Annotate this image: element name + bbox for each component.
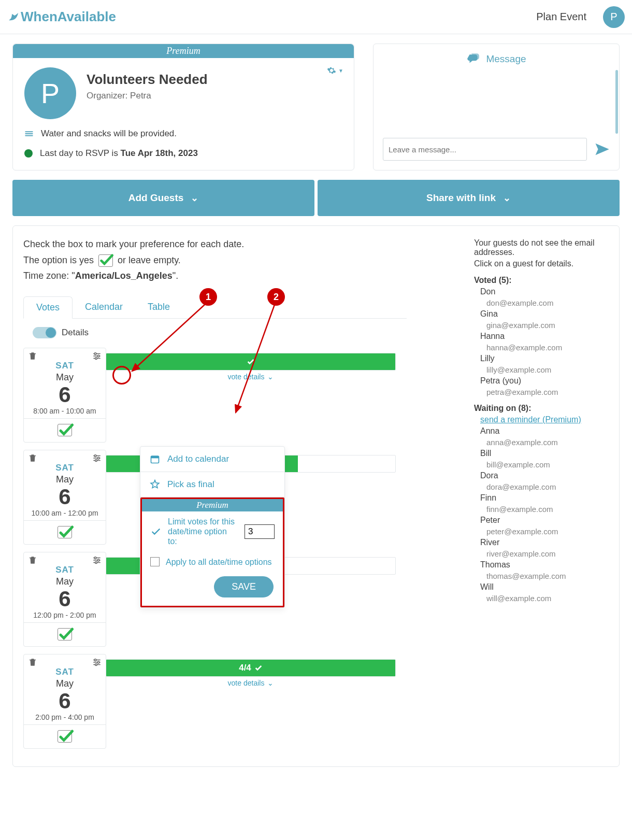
sliders-icon[interactable] bbox=[92, 453, 102, 463]
status-dot-icon bbox=[24, 149, 33, 158]
waiting-header: Waiting on (8): bbox=[474, 404, 609, 413]
user-avatar[interactable]: P bbox=[603, 6, 625, 28]
send-icon[interactable] bbox=[594, 141, 610, 157]
guest-name[interactable]: Thomas bbox=[480, 560, 609, 570]
add-to-calendar-item[interactable]: Add to calendar bbox=[140, 447, 284, 472]
weekday: SAT bbox=[24, 361, 106, 371]
limit-value-input[interactable] bbox=[245, 524, 275, 539]
brand-logo[interactable]: WhenAvailable bbox=[7, 9, 116, 25]
time-range: 8:00 am - 10:00 am bbox=[24, 407, 106, 418]
vote-checkbox[interactable] bbox=[24, 520, 106, 544]
trash-icon[interactable] bbox=[28, 453, 37, 463]
svg-point-9 bbox=[97, 559, 99, 561]
guest-name[interactable]: Finn bbox=[480, 493, 609, 503]
month: May bbox=[24, 474, 106, 485]
send-reminder-link[interactable]: send a reminder (Premium) bbox=[480, 415, 581, 424]
vote-fill: 4/4 bbox=[106, 660, 395, 676]
date-card: SATMay610:00 am - 12:00 pm bbox=[23, 450, 106, 545]
tab-calendar[interactable]: Calendar bbox=[73, 296, 135, 318]
share-link-button[interactable]: Share with link ⌄ bbox=[318, 180, 620, 216]
sliders-icon[interactable] bbox=[92, 351, 102, 361]
guest-name[interactable]: River bbox=[480, 538, 609, 547]
organizer-avatar: P bbox=[24, 67, 76, 119]
weekday: SAT bbox=[24, 667, 106, 677]
intro-text: Check the box to mark your preference fo… bbox=[23, 236, 458, 284]
menu-icon bbox=[24, 129, 34, 138]
date-card: SATMay68:00 am - 10:00 am bbox=[23, 348, 106, 443]
scrollbar[interactable] bbox=[615, 70, 618, 134]
vote-yes-example bbox=[98, 254, 113, 267]
guest-name[interactable]: Anna bbox=[480, 426, 609, 436]
bird-icon bbox=[7, 11, 20, 23]
time-range: 12:00 pm - 2:00 pm bbox=[24, 611, 106, 622]
svg-point-12 bbox=[97, 661, 99, 663]
chevron-down-icon: ⌄ bbox=[267, 679, 274, 687]
guest-name[interactable]: Don bbox=[480, 287, 609, 296]
time-range: 2:00 pm - 4:00 pm bbox=[24, 713, 106, 724]
guest-name[interactable]: Bill bbox=[480, 449, 609, 458]
guest-name[interactable]: Petra (you) bbox=[480, 376, 609, 386]
add-guests-button[interactable]: Add Guests ⌄ bbox=[12, 180, 314, 216]
guest-email: thomas@example.com bbox=[486, 572, 609, 580]
svg-point-4 bbox=[95, 357, 97, 359]
date-card: SATMay612:00 pm - 2:00 pm bbox=[23, 552, 106, 647]
svg-point-11 bbox=[94, 659, 96, 661]
svg-rect-15 bbox=[151, 456, 159, 458]
trash-icon[interactable] bbox=[28, 658, 37, 667]
vote-checkbox[interactable] bbox=[24, 724, 106, 748]
chevron-down-icon: ⌄ bbox=[503, 192, 511, 204]
svg-point-7 bbox=[95, 459, 97, 461]
plan-event-link[interactable]: Plan Event bbox=[536, 11, 586, 23]
month: May bbox=[24, 372, 106, 383]
guest-email: peter@example.com bbox=[486, 527, 609, 536]
sliders-icon[interactable] bbox=[92, 658, 102, 667]
slot-options-popover: Add to calendar Pick as final Premium Li… bbox=[140, 446, 285, 608]
guest-email: lilly@example.com bbox=[486, 365, 609, 374]
vote-checkbox[interactable] bbox=[24, 622, 106, 646]
save-button[interactable]: SAVE bbox=[214, 576, 274, 597]
guest-name[interactable]: Dora bbox=[480, 471, 609, 480]
pick-as-final-item[interactable]: Pick as final bbox=[140, 472, 284, 497]
guest-email: will@example.com bbox=[486, 594, 609, 603]
vote-bar: 4/4 bbox=[106, 659, 396, 677]
time-range: 10:00 am - 12:00 pm bbox=[24, 509, 106, 520]
apply-all-option[interactable]: Apply to all date/time options bbox=[142, 552, 283, 572]
guest-name[interactable]: Gina bbox=[480, 309, 609, 319]
svg-point-5 bbox=[94, 454, 96, 457]
brand-text: WhenAvailable bbox=[21, 9, 116, 25]
svg-line-1 bbox=[236, 305, 275, 412]
day-number: 6 bbox=[24, 384, 106, 406]
day-number: 6 bbox=[24, 690, 106, 712]
chat-icon bbox=[466, 52, 480, 66]
tab-votes[interactable]: Votes bbox=[23, 296, 73, 319]
guest-name[interactable]: Hanna bbox=[480, 332, 609, 341]
vote-details-link[interactable]: vote details ⌄ bbox=[106, 679, 396, 687]
svg-point-13 bbox=[95, 663, 97, 665]
date-card: SATMay62:00 pm - 4:00 pm bbox=[23, 654, 106, 749]
organizer-label: Organizer: Petra bbox=[87, 91, 208, 101]
message-input[interactable] bbox=[383, 138, 587, 161]
calendar-icon bbox=[150, 454, 160, 464]
guest-name[interactable]: Lilly bbox=[480, 354, 609, 363]
trash-icon[interactable] bbox=[28, 556, 37, 565]
premium-banner: Premium bbox=[13, 44, 354, 58]
settings-menu[interactable]: ▼ bbox=[327, 66, 343, 75]
check-icon bbox=[150, 526, 162, 537]
trash-icon[interactable] bbox=[28, 351, 37, 361]
chevron-down-icon: ⌄ bbox=[191, 192, 198, 204]
details-toggle[interactable] bbox=[33, 327, 56, 338]
svg-point-2 bbox=[94, 352, 96, 354]
sliders-icon[interactable] bbox=[92, 556, 102, 565]
vote-checkbox[interactable] bbox=[24, 418, 106, 442]
guest-email: river@example.com bbox=[486, 549, 609, 558]
guest-name[interactable]: Will bbox=[480, 582, 609, 592]
svg-line-0 bbox=[132, 305, 205, 371]
message-card: Message bbox=[373, 44, 620, 170]
month: May bbox=[24, 576, 106, 587]
limit-votes-option[interactable]: Limit votes for this date/time option to… bbox=[142, 511, 283, 552]
weekday: SAT bbox=[24, 463, 106, 473]
guest-name[interactable]: Peter bbox=[480, 516, 609, 525]
checkbox-icon[interactable] bbox=[150, 557, 160, 566]
annotation-arrow-2 bbox=[231, 298, 293, 418]
weekday: SAT bbox=[24, 565, 106, 575]
